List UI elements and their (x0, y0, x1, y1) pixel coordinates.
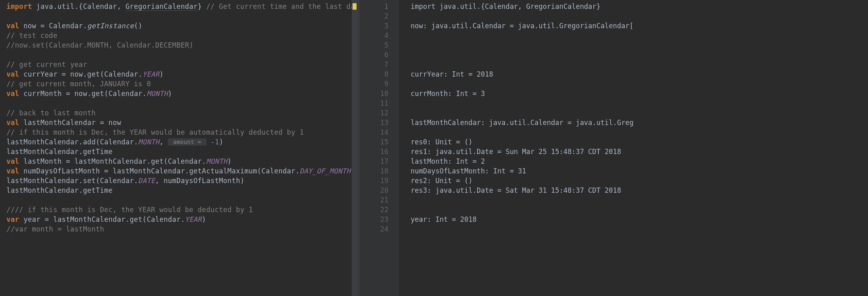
line-number: 5 (360, 40, 398, 50)
code-line-empty[interactable] (6, 50, 357, 60)
constant: YEAR (185, 215, 202, 223)
output-line: import java.util.{Calendar, GregorianCal… (411, 2, 868, 11)
constant: MONTH (138, 138, 160, 146)
output-line: numDaysOfLastMonth: Int = 31 (411, 166, 868, 176)
code-line-empty[interactable] (6, 11, 357, 21)
code-line[interactable]: val currMonth = now.get(Calendar.MONTH) (6, 89, 357, 98)
comment: //now.set(Calendar.MONTH, Calendar.DECEM… (6, 41, 194, 49)
code-text: ) (168, 90, 172, 98)
constant: MONTH (147, 90, 168, 98)
code-line[interactable]: import java.util.{Calendar, GregorianCal… (6, 2, 357, 11)
code-text: ) (159, 70, 164, 78)
code-line[interactable]: val lastMonthCalendar = now (6, 118, 357, 127)
code-line[interactable]: //// if this month is Dec, the YEAR woul… (6, 205, 357, 215)
keyword-val: val (6, 22, 19, 30)
code-line[interactable]: // if this month is Dec, the YEAR would … (6, 127, 357, 137)
line-number: 20 (360, 186, 398, 195)
output-line-empty (411, 40, 868, 50)
code-text: lastMonthCalendar.set(Calendar. (6, 177, 138, 185)
code-editor-pane[interactable]: import java.util.{Calendar, GregorianCal… (0, 0, 357, 296)
output-line-empty (411, 31, 868, 40)
output-line: res0: Unit = () (411, 137, 868, 147)
code-line[interactable]: // test code (6, 31, 357, 40)
line-number: 3 (360, 21, 398, 31)
output-line: now: java.util.Calendar = java.util.Greg… (411, 21, 868, 31)
line-number: 1 (360, 2, 398, 11)
code-line[interactable]: val numDaysOfLastMonth = lastMonthCalend… (6, 166, 357, 176)
comment: // get current month, JANUARY is 0 (6, 80, 151, 88)
line-number: 11 (360, 98, 398, 108)
keyword-import: import (6, 2, 32, 10)
line-number-gutter: 1 2 3 4 5 6 7 8 9 10 11 12 13 14 15 16 1… (360, 0, 399, 296)
comment: // back to last month (6, 109, 96, 117)
comment: //// if this month is Dec, the YEAR woul… (6, 206, 253, 214)
line-number: 16 (360, 147, 398, 156)
parameter-hint: amount = (168, 138, 206, 146)
keyword-val: val (6, 167, 19, 175)
output-line: res3: java.util.Date = Sat Mar 31 15:48:… (411, 186, 868, 195)
constant: DAY_OF_MONTH (300, 167, 351, 175)
line-number: 12 (360, 108, 398, 118)
code-line[interactable]: //now.set(Calendar.MONTH, Calendar.DECEM… (6, 40, 357, 50)
code-text: year = lastMonthCalendar.get(Calendar. (19, 215, 185, 223)
class-gregorian: GregorianCalendar (125, 2, 198, 11)
code-text: lastMonthCalendar.getTime (6, 186, 113, 194)
line-number: 2 (360, 11, 398, 21)
line-number: 6 (360, 50, 398, 60)
line-number: 7 (360, 60, 398, 69)
space (207, 138, 211, 146)
output-line: lastMonthCalendar: java.util.Calendar = … (411, 118, 868, 127)
output-line: currMonth: Int = 3 (411, 89, 868, 98)
code-line-empty[interactable] (6, 98, 357, 108)
line-number: 13 (360, 118, 398, 127)
output-line-empty (411, 11, 868, 21)
code-line[interactable]: var year = lastMonthCalendar.get(Calenda… (6, 215, 357, 224)
code-line[interactable]: val currYear = now.get(Calendar.YEAR) (6, 69, 357, 79)
line-number: 4 (360, 31, 398, 40)
output-line-empty (411, 79, 868, 89)
output-line: res1: java.util.Date = Sun Mar 25 15:48:… (411, 147, 868, 156)
code-content[interactable]: import java.util.{Calendar, GregorianCal… (0, 0, 357, 234)
line-number: 15 (360, 137, 398, 147)
code-line[interactable]: // get current month, JANUARY is 0 (6, 79, 357, 89)
code-text: , numDaysOfLastMonth) (155, 177, 244, 185)
code-text: currMonth = now.get(Calendar. (19, 90, 147, 98)
output-line-empty (411, 50, 868, 60)
constant: MONTH (206, 157, 227, 165)
code-line-empty[interactable] (6, 195, 357, 205)
keyword-val: val (6, 119, 19, 127)
code-text: lastMonthCalendar = now (19, 119, 121, 127)
output-content[interactable]: import java.util.{Calendar, GregorianCal… (399, 0, 868, 296)
line-number: 22 (360, 205, 398, 215)
code-line[interactable]: lastMonthCalendar.getTime (6, 147, 357, 156)
line-number: 19 (360, 176, 398, 186)
line-number: 8 (360, 69, 398, 79)
code-text: } (198, 2, 202, 10)
code-text: lastMonthCalendar.getTime (6, 148, 113, 156)
code-text: now = Calendar. (19, 22, 88, 30)
code-line[interactable]: val lastMonth = lastMonthCalendar.get(Ca… (6, 156, 357, 166)
output-line-empty (411, 60, 868, 69)
comment: //var month = lastMonth (6, 225, 104, 233)
code-line[interactable]: // back to last month (6, 108, 357, 118)
keyword-val: val (6, 90, 19, 98)
editor-scrollbar[interactable] (352, 0, 357, 296)
constant: DATE (138, 177, 155, 185)
repl-output-pane: 1 2 3 4 5 6 7 8 9 10 11 12 13 14 15 16 1… (360, 0, 868, 296)
comment: // get current year (6, 60, 87, 69)
number-literal: -1 (211, 138, 219, 146)
code-line[interactable]: //var month = lastMonth (6, 224, 357, 234)
code-line[interactable]: lastMonthCalendar.getTime (6, 186, 357, 195)
line-number: 18 (360, 166, 398, 176)
code-text: ) (202, 215, 207, 223)
code-line[interactable]: lastMonthCalendar.set(Calendar.DATE, num… (6, 176, 357, 186)
output-line: currYear: Int = 2018 (411, 69, 868, 79)
line-number: 21 (360, 195, 398, 205)
code-line[interactable]: // get current year (6, 60, 357, 69)
line-number: 17 (360, 156, 398, 166)
code-line[interactable]: val now = Calendar.getInstance() (6, 21, 357, 31)
line-number: 10 (360, 89, 398, 98)
code-line[interactable]: lastMonthCalendar.add(Calendar.MONTH, am… (6, 137, 357, 147)
scrollbar-warning-marker[interactable] (353, 3, 357, 10)
line-number: 24 (360, 224, 398, 234)
